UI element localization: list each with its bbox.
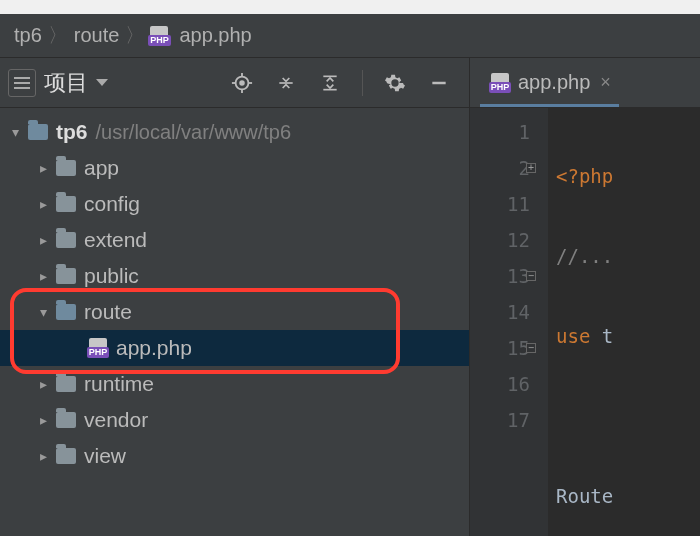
editor-tab-filename: app.php <box>518 71 590 94</box>
line-number: 11 <box>470 186 530 222</box>
code-token: t <box>590 325 613 347</box>
fold-icon[interactable]: + <box>526 163 536 173</box>
tree-file-label: app.php <box>116 336 192 360</box>
chevron-right-icon: 〉 <box>125 22 145 49</box>
tree-item-label: extend <box>84 228 147 252</box>
breadcrumb-file[interactable]: app.php <box>179 24 251 47</box>
tree-item-label: route <box>84 300 132 324</box>
folder-icon <box>56 304 76 320</box>
tree-file-app-php[interactable]: PHP app.php <box>0 330 469 366</box>
code-content[interactable]: <?php //... use t Route r }); Route <box>548 108 700 536</box>
line-number: 1 <box>470 114 530 150</box>
tree-item-route[interactable]: ▾ route <box>0 294 469 330</box>
svg-point-1 <box>240 81 244 85</box>
dropdown-arrow-icon[interactable] <box>96 79 108 86</box>
tree-item-label: runtime <box>84 372 154 396</box>
chevron-down-icon[interactable]: ▾ <box>6 124 24 140</box>
code-token: Route <box>556 485 613 507</box>
tree-item-label: config <box>84 192 140 216</box>
line-number: 13− <box>470 258 530 294</box>
target-icon[interactable] <box>224 65 260 101</box>
tree-item-config[interactable]: ▸ config <box>0 186 469 222</box>
minimize-icon[interactable] <box>421 65 457 101</box>
panel-view-button[interactable] <box>8 69 36 97</box>
tree-item-label: view <box>84 444 126 468</box>
expand-icon[interactable] <box>312 65 348 101</box>
code-token: <?php <box>556 165 613 187</box>
tree-root-label: tp6 <box>56 120 88 144</box>
close-icon[interactable]: × <box>600 72 611 93</box>
chevron-right-icon[interactable]: ▸ <box>34 232 52 248</box>
chevron-right-icon[interactable]: ▸ <box>34 412 52 428</box>
tree-item-app[interactable]: ▸ app <box>0 150 469 186</box>
tree-item-view[interactable]: ▸ view <box>0 438 469 474</box>
line-number: 17 <box>470 402 530 438</box>
editor-tab[interactable]: PHP app.php × <box>480 58 619 107</box>
chevron-right-icon[interactable]: ▸ <box>34 376 52 392</box>
php-file-icon: PHP <box>488 73 512 93</box>
panel-title[interactable]: 项目 <box>44 68 88 98</box>
tree-item-public[interactable]: ▸ public <box>0 258 469 294</box>
tree-item-extend[interactable]: ▸ extend <box>0 222 469 258</box>
chevron-right-icon: 〉 <box>48 22 68 49</box>
folder-icon <box>56 268 76 284</box>
breadcrumb-folder[interactable]: route <box>74 24 120 47</box>
tree-item-vendor[interactable]: ▸ vendor <box>0 402 469 438</box>
line-number: 2+ <box>470 150 530 186</box>
fold-icon[interactable]: − <box>526 271 536 281</box>
main-area: ▾ tp6 /usr/local/var/www/tp6 ▸ app ▸ con… <box>0 108 700 536</box>
php-file-icon: PHP <box>147 26 171 46</box>
chevron-right-icon[interactable]: ▸ <box>34 196 52 212</box>
tree-item-label: app <box>84 156 119 180</box>
chevron-down-icon[interactable]: ▾ <box>34 304 52 320</box>
line-number: 14 <box>470 294 530 330</box>
folder-icon <box>56 160 76 176</box>
gear-icon[interactable] <box>377 65 413 101</box>
folder-icon <box>56 412 76 428</box>
chevron-right-icon[interactable]: ▸ <box>34 268 52 284</box>
code-editor[interactable]: 1 2+ 11 12 13− 14 15− 16 17 <?php //... … <box>470 108 700 536</box>
php-file-icon: PHP <box>86 338 110 358</box>
folder-icon <box>56 196 76 212</box>
tree-root-path: /usr/local/var/www/tp6 <box>96 121 292 144</box>
tree-item-label: public <box>84 264 139 288</box>
fold-icon[interactable]: − <box>526 343 536 353</box>
breadcrumb-root[interactable]: tp6 <box>14 24 42 47</box>
tree-item-label: vendor <box>84 408 148 432</box>
line-number: 16 <box>470 366 530 402</box>
toolbar-divider <box>362 70 363 96</box>
chevron-right-icon[interactable]: ▸ <box>34 448 52 464</box>
folder-icon <box>56 448 76 464</box>
folder-icon <box>28 124 48 140</box>
editor-gutter: 1 2+ 11 12 13− 14 15− 16 17 <box>470 108 548 536</box>
folder-icon <box>56 376 76 392</box>
toolbar: 项目 <box>0 58 700 108</box>
line-number: 12 <box>470 222 530 258</box>
code-token: use <box>556 325 590 347</box>
chevron-right-icon[interactable]: ▸ <box>34 160 52 176</box>
line-number: 15− <box>470 330 530 366</box>
project-tree[interactable]: ▾ tp6 /usr/local/var/www/tp6 ▸ app ▸ con… <box>0 108 470 536</box>
window-titlebar <box>0 0 700 14</box>
folder-icon <box>56 232 76 248</box>
code-token: //... <box>556 245 613 267</box>
breadcrumb: tp6 〉 route 〉 PHP app.php <box>0 14 700 58</box>
tree-root[interactable]: ▾ tp6 /usr/local/var/www/tp6 <box>0 114 469 150</box>
collapse-icon[interactable] <box>268 65 304 101</box>
tree-item-runtime[interactable]: ▸ runtime <box>0 366 469 402</box>
